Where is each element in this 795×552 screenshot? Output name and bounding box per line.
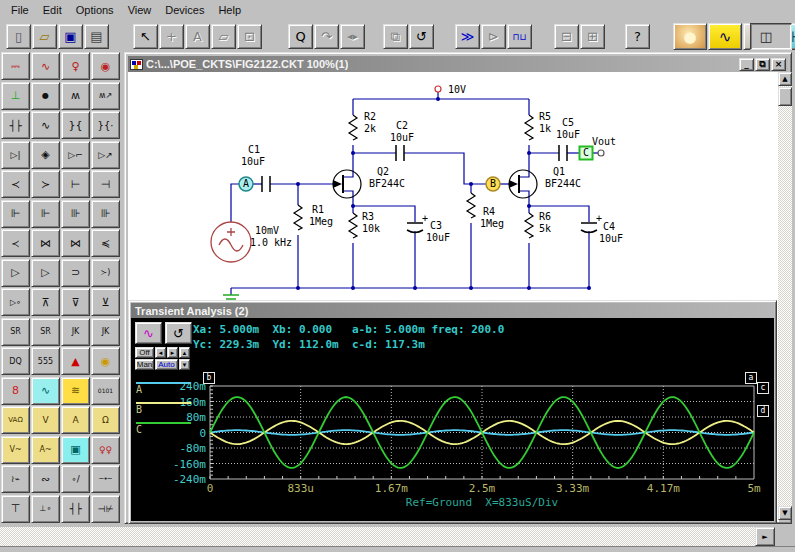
part-pushbutton-nc[interactable]: ⊥∘: [31, 495, 60, 523]
part-display-screen[interactable]: ▣: [61, 436, 90, 464]
macro-tool-button[interactable]: ⧉: [383, 24, 408, 49]
part-jk-flipflop-preset[interactable]: JK: [91, 318, 120, 346]
part-current-source[interactable]: ◉: [91, 52, 120, 80]
delete-tool-button[interactable]: ▱: [211, 24, 236, 49]
part-data-sequencer[interactable]: 0101: [91, 377, 120, 405]
part-led[interactable]: ▷↗: [91, 141, 120, 169]
digital-waveforms-button[interactable]: ⊓⊔: [507, 24, 532, 49]
part-jumper-wire[interactable]: ─•─: [91, 465, 120, 493]
part-variable-resistor[interactable]: ʍ↗: [91, 82, 120, 110]
part-signal-source[interactable]: ∿: [31, 52, 60, 80]
part-transformer[interactable]: }{: [61, 111, 90, 139]
chip-socket-button[interactable]: ⊞: [580, 24, 605, 49]
analyses-button[interactable]: ∿: [708, 23, 742, 50]
part-phototransistor[interactable]: ≺: [1, 229, 30, 257]
reset-button[interactable]: ↺: [409, 24, 434, 49]
part-pnp-transistor[interactable]: ≻: [31, 170, 60, 198]
part-seven-segment-display[interactable]: 8: [1, 377, 30, 405]
part-junction-dot[interactable]: ●: [31, 82, 60, 110]
scroll-left-button[interactable]: ◄: [155, 347, 166, 358]
part-oscilloscope[interactable]: ∿: [31, 377, 60, 405]
text-tool-button[interactable]: A: [185, 24, 210, 49]
part-resistor[interactable]: ʍ: [61, 82, 90, 110]
mirror-tool-button[interactable]: ◀▶: [340, 24, 365, 49]
device-state-button[interactable]: ⊟: [554, 24, 579, 49]
part-test-probes[interactable]: ♀♀: [91, 436, 120, 464]
zoom-tool-button[interactable]: Q: [288, 24, 313, 49]
part-sr-latch-gated[interactable]: SR: [31, 318, 60, 346]
part-indicator-lamp-yellow[interactable]: ◉: [91, 347, 120, 375]
cursor-flag-c[interactable]: c: [757, 382, 769, 394]
transient-titlebar[interactable]: Transient Analysis (2): [131, 303, 774, 318]
scale-down-button[interactable]: ▼: [179, 359, 190, 370]
rerun-analysis-button[interactable]: ↺: [165, 322, 192, 344]
part-nmos-depletion[interactable]: ⊪: [61, 200, 90, 228]
part-bridge-rectifier[interactable]: ◈: [31, 141, 60, 169]
part-pmos-transistor[interactable]: ⊩: [31, 200, 60, 228]
rotate-tool-button[interactable]: ↷: [314, 24, 339, 49]
cursor-flag-b[interactable]: b: [203, 372, 215, 384]
minimize-button[interactable]: _: [739, 58, 754, 71]
part-triac[interactable]: ⋈: [61, 229, 90, 257]
manual-scale-button[interactable]: Man: [135, 359, 154, 370]
part-circuit-breaker[interactable]: ≀⌁: [1, 465, 30, 493]
vertical-scrollbar[interactable]: ▲ ▼: [778, 72, 792, 520]
waveform-display-button[interactable]: ∿: [135, 322, 162, 344]
new-document-button[interactable]: ▯: [6, 24, 31, 49]
scroll-up-button[interactable]: ▲: [778, 72, 792, 86]
part-relay-contact-nc[interactable]: ⊣⊬: [91, 495, 120, 523]
auto-scale-button[interactable]: Auto: [155, 359, 178, 370]
part-p-jfet[interactable]: ⊣: [91, 170, 120, 198]
part-zener-diode[interactable]: ▷⌐: [61, 141, 90, 169]
attributes-tool-button[interactable]: ⊡: [237, 24, 262, 49]
part-npn-transistor[interactable]: ≺: [1, 170, 30, 198]
part-voltmeter-dc[interactable]: V: [31, 406, 60, 434]
part-inductor[interactable]: ∿: [31, 111, 60, 139]
arrow-tool-button[interactable]: ↖: [133, 24, 158, 49]
part-ammeter-ac[interactable]: A~: [31, 436, 60, 464]
menu-file[interactable]: File: [4, 1, 36, 19]
horizontal-scrollbar[interactable]: [0, 527, 775, 546]
part-buffer-gate[interactable]: ▷∘: [1, 288, 30, 316]
simulate-lamp-button[interactable]: ●: [673, 23, 707, 50]
part-indicator-lamp-red[interactable]: ▲: [61, 347, 90, 375]
part-transformer-dotted[interactable]: }{·: [91, 111, 120, 139]
menu-help[interactable]: Help: [211, 1, 248, 19]
part-nmos-transistor[interactable]: ⊩: [1, 200, 30, 228]
part-pmos-depletion[interactable]: ⊪: [91, 200, 120, 228]
part-diac[interactable]: ⋈: [31, 229, 60, 257]
part-voltmeter-ac[interactable]: V~: [1, 436, 30, 464]
part-jk-flipflop[interactable]: JK: [61, 318, 90, 346]
part-and-gate[interactable]: ⊃: [61, 259, 90, 287]
cursor-flag-d[interactable]: d: [757, 405, 769, 417]
part-battery[interactable]: ⎓: [1, 52, 30, 80]
part-sr-latch[interactable]: SR: [1, 318, 30, 346]
menu-view[interactable]: View: [121, 1, 159, 19]
part-pushbutton-no[interactable]: ⊤: [1, 495, 30, 523]
part-scr[interactable]: ≼: [91, 229, 120, 257]
probe-tool-button[interactable]: ⊳: [481, 24, 506, 49]
browse-book-button[interactable]: ◫: [752, 25, 780, 48]
scale-up-button[interactable]: ▲: [179, 347, 190, 358]
part-xor-gate[interactable]: ⊻: [91, 288, 120, 316]
part-n-jfet[interactable]: ⊢: [61, 170, 90, 198]
menu-options[interactable]: Options: [69, 1, 121, 19]
part-opamp[interactable]: ▷: [1, 259, 30, 287]
part-or-gate[interactable]: ≻): [91, 259, 120, 287]
waveform-plot[interactable]: [210, 386, 754, 479]
part-diode[interactable]: ▷|: [1, 141, 30, 169]
part-d-flipflop[interactable]: DQ: [1, 347, 30, 375]
restore-button[interactable]: ⧉: [755, 58, 770, 71]
part-spst-switch[interactable]: ∘/: [61, 465, 90, 493]
print-button[interactable]: ▤: [84, 24, 109, 49]
save-button[interactable]: ▣: [58, 24, 83, 49]
vertical-scroll-thumb[interactable]: [778, 87, 792, 106]
wire-tool-button[interactable]: +: [159, 24, 184, 49]
part-multimeter[interactable]: VAΩ: [1, 406, 30, 434]
part-capacitor[interactable]: ┤├: [1, 111, 30, 139]
open-file-button[interactable]: ▱: [32, 24, 57, 49]
part-nor-gate[interactable]: ⊽: [61, 288, 90, 316]
off-button[interactable]: Off: [135, 347, 154, 358]
part-timer-555[interactable]: 555: [31, 347, 60, 375]
part-ammeter-dc[interactable]: A: [61, 406, 90, 434]
